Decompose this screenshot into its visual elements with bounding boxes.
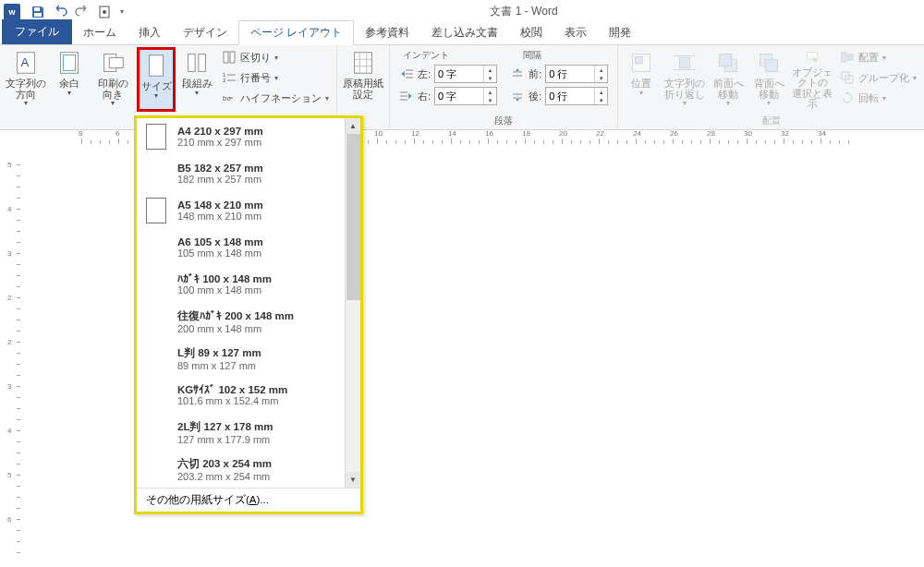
size-option-title: 六切 203 x 254 mm xyxy=(177,457,272,471)
size-option-title: 2L判 127 x 178 mm xyxy=(177,420,273,434)
tab-0[interactable]: ホーム xyxy=(72,21,128,44)
indent-header: インデント xyxy=(403,49,449,62)
line-numbers-button[interactable]: 12行番号 ▾ xyxy=(218,67,333,88)
svg-rect-12 xyxy=(199,54,206,72)
hyphenation-button[interactable]: bcハイフネーション ▾ xyxy=(218,88,333,108)
text-direction-icon: A xyxy=(12,49,40,77)
tab-file[interactable]: ファイル xyxy=(2,19,72,44)
size-option-title: B5 182 x 257 mm xyxy=(177,163,263,174)
indent-left-input[interactable]: ▲▼ xyxy=(434,65,497,83)
svg-rect-38 xyxy=(680,57,690,67)
svg-rect-45 xyxy=(808,52,818,59)
size-option[interactable]: A4 210 x 297 mm210 mm x 297 mm xyxy=(137,118,360,155)
size-button[interactable]: サイズ▾ xyxy=(137,47,176,112)
touch-mode-button[interactable] xyxy=(94,2,115,22)
selection-pane-button[interactable]: オブジェクトの 選択と表示 xyxy=(790,47,834,112)
selection-pane-icon xyxy=(798,49,826,66)
size-option[interactable]: KGｻｲｽﾞ 102 x 152 mm101.6 mm x 152.4 mm xyxy=(137,377,360,414)
size-option-dim: 105 mm x 148 mm xyxy=(177,247,263,259)
spinner-down[interactable]: ▼ xyxy=(484,74,496,82)
breaks-button[interactable]: 区切り ▾ xyxy=(218,47,333,67)
orientation-button[interactable]: 印刷の 向き▾ xyxy=(91,47,135,112)
breaks-icon xyxy=(222,50,237,65)
size-option[interactable]: 2L判 127 x 178 mm127 mm x 177.9 mm xyxy=(137,414,360,451)
group-icon xyxy=(840,70,855,85)
wrap-text-button[interactable]: 文字列の 折り返し▾ xyxy=(663,47,707,112)
tab-2[interactable]: デザイン xyxy=(172,21,238,44)
page-size-menu: A4 210 x 297 mm210 mm x 297 mmB5 182 x 2… xyxy=(134,115,363,514)
tab-4[interactable]: 参考資料 xyxy=(354,21,420,44)
tab-8[interactable]: 開発 xyxy=(598,21,642,44)
columns-button[interactable]: 段組み▾ xyxy=(177,47,216,112)
spacing-before-input[interactable]: ▲▼ xyxy=(545,65,608,83)
send-backward-button[interactable]: 背面へ 移動▾ xyxy=(749,47,788,112)
svg-rect-46 xyxy=(842,53,846,62)
indent-right-icon xyxy=(399,89,414,103)
rotate-icon xyxy=(840,90,855,105)
bring-forward-icon xyxy=(714,49,742,77)
size-option[interactable]: 往復ﾊｶﾞｷ 200 x 148 mm200 mm x 148 mm xyxy=(137,303,360,340)
tab-5[interactable]: 差し込み文書 xyxy=(420,21,509,44)
margins-button[interactable]: 余白▾ xyxy=(50,47,89,112)
position-icon xyxy=(627,49,655,77)
rotate-button[interactable]: 回転 ▾ xyxy=(836,88,920,108)
scroll-down-button[interactable]: ▼ xyxy=(346,472,360,488)
svg-text:2: 2 xyxy=(223,78,226,83)
scroll-up-button[interactable]: ▲ xyxy=(346,118,360,134)
manuscript-button[interactable]: 原稿用紙 設定 xyxy=(341,47,385,112)
vertical-ruler[interactable]: 543223456 xyxy=(0,146,26,567)
align-button[interactable]: 配置 ▾ xyxy=(836,47,920,67)
size-menu-scrollbar[interactable]: ▲ ▼ xyxy=(345,118,360,488)
group-label-paragraph: 段落 xyxy=(394,114,614,129)
wrap-text-icon xyxy=(671,49,699,77)
tab-1[interactable]: 挿入 xyxy=(128,21,172,44)
svg-rect-11 xyxy=(188,54,196,72)
redo-button[interactable] xyxy=(72,2,92,22)
size-option-dim: 101.6 mm x 152.4 mm xyxy=(177,395,287,406)
columns-icon xyxy=(183,49,211,77)
tab-6[interactable]: 校閲 xyxy=(509,21,553,44)
text-direction-button[interactable]: A 文字列の 方向▾ xyxy=(4,47,48,112)
title-bar: w ▾ 文書 1 - Word xyxy=(0,0,924,23)
position-button[interactable]: 位置▾ xyxy=(622,47,661,112)
svg-text:A: A xyxy=(20,55,29,69)
spacing-after-icon xyxy=(510,89,525,103)
spacing-after-input[interactable]: ▲▼ xyxy=(545,87,608,105)
scroll-thumb[interactable] xyxy=(346,134,360,300)
group-paragraph: インデント 間隔 左: ▲▼ 前: ▲▼ 右: ▲▼ 後: ▲▼ 段落 xyxy=(390,45,618,129)
size-option[interactable]: B5 182 x 257 mm182 mm x 257 mm xyxy=(137,155,360,192)
size-option-title: A4 210 x 297 mm xyxy=(177,126,263,137)
svg-rect-21 xyxy=(355,53,372,74)
bring-forward-button[interactable]: 前面へ 移動▾ xyxy=(709,47,748,112)
size-option-dim: 203.2 mm x 254 mm xyxy=(177,471,272,482)
group-label-arrange: 配置 xyxy=(622,114,920,129)
svg-rect-9 xyxy=(109,57,123,67)
indent-right-input[interactable]: ▲▼ xyxy=(434,87,497,105)
size-option[interactable]: L判 89 x 127 mm89 mm x 127 mm xyxy=(137,340,360,377)
qat-customize-button[interactable]: ▾ xyxy=(116,2,128,22)
svg-rect-0 xyxy=(34,7,40,11)
margins-icon xyxy=(55,49,83,77)
size-option[interactable]: A5 148 x 210 mm148 mm x 210 mm xyxy=(137,192,360,229)
line-numbers-icon: 12 xyxy=(222,70,237,85)
size-option-title: L判 89 x 127 mm xyxy=(177,346,261,360)
size-option-dim: 148 mm x 210 mm xyxy=(177,211,263,222)
size-option-title: 往復ﾊｶﾞｷ 200 x 148 mm xyxy=(177,309,294,323)
svg-rect-44 xyxy=(765,59,777,71)
align-icon xyxy=(840,50,855,65)
spinner-up[interactable]: ▲ xyxy=(484,66,496,74)
size-option-dim: 100 mm x 148 mm xyxy=(177,284,272,296)
size-option[interactable]: 六切 203 x 254 mm203.2 mm x 254 mm xyxy=(137,451,360,488)
size-option-title: ﾊｶﾞｷ 100 x 148 mm xyxy=(177,273,272,284)
svg-rect-14 xyxy=(230,52,235,63)
tab-7[interactable]: 表示 xyxy=(553,21,598,44)
tab-3[interactable]: ページ レイアウト xyxy=(238,20,354,45)
group-objects-button[interactable]: グループ化 ▾ xyxy=(836,67,920,88)
size-option[interactable]: A6 105 x 148 mm105 mm x 148 mm xyxy=(137,229,360,266)
size-option[interactable]: ﾊｶﾞｷ 100 x 148 mm100 mm x 148 mm xyxy=(137,266,360,303)
word-app-icon: w xyxy=(4,4,20,20)
indent-left-icon xyxy=(399,66,414,81)
more-paper-sizes-button[interactable]: その他の用紙サイズ(A)... xyxy=(137,488,360,512)
spacing-header: 間隔 xyxy=(523,49,541,62)
svg-rect-37 xyxy=(636,56,643,64)
